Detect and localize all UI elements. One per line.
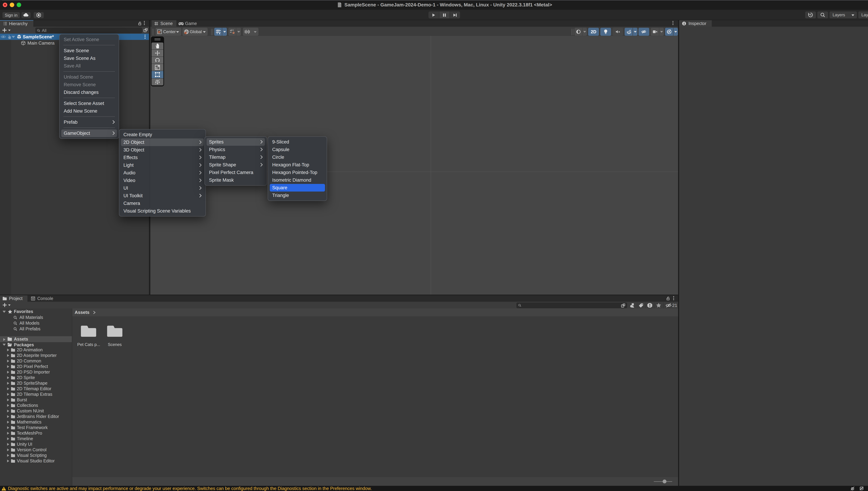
svg-text:Y: Y [219,32,221,34]
